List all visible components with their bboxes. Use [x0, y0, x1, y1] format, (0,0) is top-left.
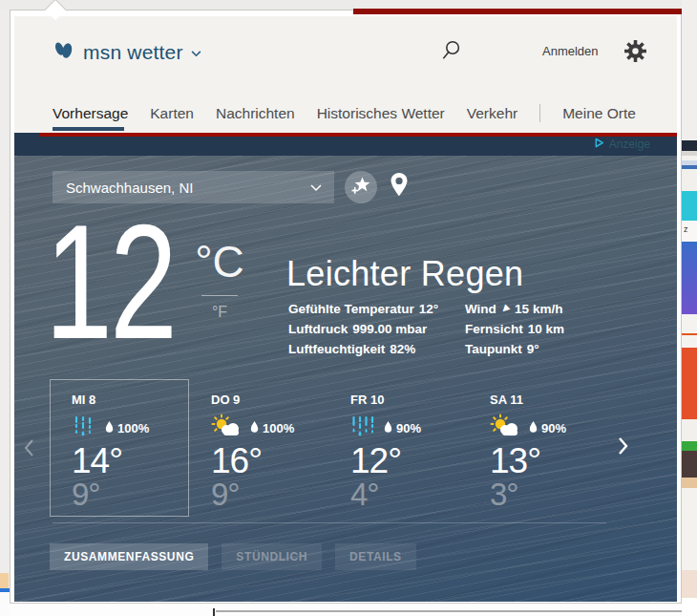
low-temp: 4°	[350, 478, 467, 512]
tab-stuendlich[interactable]: STÜNDLICH	[222, 543, 322, 570]
weather-popup-window: msn wetter Anmelden	[10, 10, 682, 604]
ad-play-icon	[594, 138, 604, 151]
ad-label: Anzeige	[609, 138, 650, 151]
tab-zusammenfassung[interactable]: ZUSAMMENFASSUNG	[50, 543, 208, 570]
high-temp: 13°	[490, 443, 606, 478]
forecast-card-sa11[interactable]: SA 11	[468, 379, 607, 517]
sun-cloud-icon	[490, 414, 520, 442]
current-temperature: 12	[45, 205, 175, 360]
msn-logo[interactable]: msn wetter	[53, 38, 201, 67]
search-button[interactable]	[440, 39, 465, 64]
detail-visibility: Fernsicht 10 km	[465, 322, 564, 336]
tab-historisches-wetter[interactable]: Historisches Wetter	[317, 105, 445, 122]
butterfly-icon	[53, 38, 75, 67]
tab-nachrichten[interactable]: Nachrichten	[216, 105, 295, 122]
main-nav: Vorhersage Karten Nachrichten Historisch…	[53, 104, 636, 122]
forecast-day: SA 11	[490, 393, 606, 407]
detail-feels-like: Gefühlte Temperatur 12°	[288, 302, 444, 316]
background-page-edge: z	[682, 0, 697, 616]
add-favorite-button[interactable]	[345, 171, 377, 203]
unit-fahrenheit[interactable]: °F	[192, 304, 247, 321]
forecast-day: DO 9	[211, 393, 327, 407]
condition-details: Gefühlte Temperatur 12° Luftdruck 999.00…	[288, 302, 564, 356]
forecast-day: FR 10	[350, 393, 467, 407]
precipitation: 90%	[529, 421, 566, 435]
detail-humidity: Luftfeuchtigkeit 82%	[288, 342, 444, 356]
unit-celsius: °C	[192, 240, 247, 284]
background-window-fragment	[0, 573, 9, 588]
forecast-card-fr10[interactable]: FR 10	[328, 379, 468, 517]
sun-cloud-icon	[211, 414, 242, 442]
precipitation: 90%	[384, 421, 421, 435]
high-temp: 12°	[350, 443, 467, 478]
high-temp: 16°	[211, 443, 327, 478]
forecast-divider	[53, 522, 606, 523]
nav-divider	[539, 104, 540, 122]
detail-wind: Wind ▶ 15 km/h	[465, 302, 564, 316]
forecast-card-mi8[interactable]: MI 8	[50, 379, 189, 517]
active-tab-underline	[53, 127, 124, 131]
chevron-down-icon	[310, 179, 322, 196]
unit-divider	[201, 295, 238, 296]
forecast-day: MI 8	[72, 393, 188, 407]
background-text-fragment: z	[682, 221, 697, 242]
carousel-prev-button[interactable]	[24, 438, 34, 461]
weather-panel: Schwachhausen, NI	[14, 156, 677, 602]
desktop-background-left	[0, 10, 10, 616]
droplet-icon	[105, 421, 114, 435]
precipitation: 100%	[250, 421, 294, 435]
tab-vorhersage[interactable]: Vorhersage	[53, 105, 128, 122]
low-temp: 9°	[211, 478, 327, 512]
tab-details[interactable]: DETAILS	[335, 543, 416, 570]
ad-choices[interactable]: Anzeige	[594, 138, 650, 151]
star-plus-icon	[350, 175, 371, 200]
droplet-icon	[384, 421, 392, 435]
tab-karten[interactable]: Karten	[150, 105, 194, 122]
droplet-icon	[529, 421, 538, 435]
search-icon	[440, 48, 462, 64]
background-window-edge	[216, 610, 682, 612]
droplet-icon	[250, 421, 259, 435]
detail-dewpoint: Taupunkt 9°	[465, 342, 564, 356]
background-window-fragment	[0, 592, 10, 616]
high-temp: 14°	[72, 443, 188, 478]
page-header: msn wetter Anmelden	[14, 16, 677, 142]
background-window-edge	[213, 608, 215, 616]
view-tabs: ZUSAMMENFASSUNG STÜNDLICH DETAILS	[50, 543, 416, 570]
precipitation: 100%	[105, 421, 149, 435]
logo-text: msn wetter	[83, 41, 183, 64]
signin-link[interactable]: Anmelden	[542, 44, 599, 58]
tab-meine-orte[interactable]: Meine Orte	[562, 105, 636, 122]
forecast-card-do9[interactable]: DO 9	[189, 379, 328, 517]
detect-location-button[interactable]	[387, 172, 412, 202]
wind-direction-arrow-icon: ▶	[499, 303, 511, 314]
low-temp: 9°	[72, 478, 188, 512]
forecast-carousel: MI 8	[50, 379, 607, 517]
rain-icon	[72, 414, 96, 443]
location-pin-icon	[390, 172, 409, 202]
detail-pressure: Luftdruck 999.00 mbar	[288, 322, 444, 336]
unit-toggle[interactable]: °C °F	[192, 240, 247, 321]
accent-red-line	[39, 133, 677, 137]
condition-text: Leichter Regen	[286, 254, 523, 294]
carousel-next-button[interactable]	[618, 436, 628, 459]
chevron-down-icon	[191, 44, 201, 61]
background-page-header-edge	[353, 9, 682, 14]
rain-icon	[350, 414, 375, 443]
tab-verkehr[interactable]: Verkehr	[467, 105, 517, 122]
gear-icon	[623, 50, 647, 66]
low-temp: 3°	[490, 478, 606, 512]
settings-button[interactable]	[623, 39, 648, 64]
